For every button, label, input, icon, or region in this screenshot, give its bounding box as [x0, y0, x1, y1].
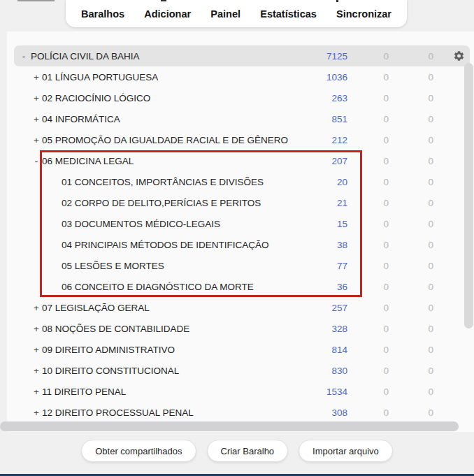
collapse-toggle[interactable]: -: [32, 156, 41, 166]
nav-item-estatisticas[interactable]: Estatísticas: [260, 8, 317, 20]
deck-name-link[interactable]: 11 DIREITO PENAL: [42, 387, 319, 397]
deck-name-link[interactable]: 09 DIREITO ADMINISTRATIVO: [42, 345, 319, 355]
collapse-toggle[interactable]: -: [20, 51, 28, 62]
count-column-1: 0: [358, 93, 389, 103]
nav-item-adicionar[interactable]: Adicionar: [144, 8, 191, 20]
vertical-scrollbar[interactable]: [464, 63, 473, 329]
count-column-1: 0: [358, 408, 389, 418]
due-count: 257: [307, 303, 347, 313]
due-count: 36: [307, 282, 347, 292]
collapse-toggle[interactable]: +: [32, 324, 41, 334]
due-count: 308: [307, 408, 347, 418]
due-count: 77: [307, 261, 347, 271]
collapse-toggle[interactable]: +: [32, 366, 41, 376]
count-column-2: 0: [403, 282, 433, 292]
count-column-2: 0: [403, 51, 433, 62]
create-deck-button[interactable]: Criar Baralho: [207, 440, 289, 462]
deck-name-link[interactable]: POLÍCIA CIVIL DA BAHIA: [31, 51, 319, 62]
deck-name-link[interactable]: 03 DOCUMENTOS MÉDICO-LEGAIS: [62, 219, 319, 229]
nav-item-baralhos[interactable]: Baralhos: [81, 8, 124, 20]
deck-row: 04 PRINCIPAIS MÉTODOS DE IDENTIFICAÇÃO38…: [14, 234, 470, 255]
count-column-2: 0: [403, 219, 433, 229]
count-column-2: 0: [403, 240, 433, 250]
due-count: 263: [307, 93, 347, 103]
deck-row: +12 DIREITO PROCESSUAL PENAL30800: [14, 402, 470, 423]
deck-name-link[interactable]: 08 NOÇÕES DE CONTABILIDADE: [42, 324, 319, 334]
collapse-toggle[interactable]: +: [32, 408, 41, 418]
deck-name-link[interactable]: 04 INFORMÁTICA: [42, 114, 319, 124]
due-count: 1534: [307, 387, 347, 397]
due-count: 21: [307, 198, 347, 208]
count-column-1: 0: [358, 324, 389, 334]
deck-row: -POLÍCIA CIVIL DA BAHIA712500: [14, 45, 470, 66]
count-column-1: 0: [358, 72, 389, 82]
deck-row: 02 CORPO DE DELITO,PERÍCIAS E PERITOS210…: [14, 192, 470, 213]
due-count: 7125: [307, 51, 347, 62]
count-column-2: 0: [403, 156, 433, 166]
horizontal-scrollbar[interactable]: [0, 421, 459, 431]
nav-item-sincronizar[interactable]: Sincronizar: [336, 8, 392, 20]
count-column-1: 0: [358, 345, 389, 355]
collapse-toggle[interactable]: +: [32, 135, 41, 145]
footer-buttons: Obter compartilhados Criar Baralho Impor…: [0, 440, 474, 462]
count-column-1: 0: [358, 114, 389, 124]
count-column-1: 0: [358, 51, 389, 62]
count-column-1: 0: [358, 177, 389, 187]
deck-name-link[interactable]: 07 LEGISLAÇÃO GERAL: [42, 303, 319, 313]
collapse-toggle[interactable]: +: [32, 387, 41, 397]
count-column-2: 0: [403, 72, 433, 82]
deck-row: 01 CONCEITOS, IMPORTÂNCIAS E DIVISÕES200…: [14, 171, 470, 192]
count-column-2: 0: [403, 408, 433, 418]
nav-item-painel[interactable]: Painel: [210, 8, 240, 20]
deck-name-link[interactable]: 02 CORPO DE DELITO,PERÍCIAS E PERITOS: [62, 198, 319, 208]
count-column-2: 0: [403, 324, 433, 334]
count-column-1: 0: [358, 303, 389, 313]
deck-row: -06 MEDICINA LEGAL20700: [14, 150, 470, 171]
count-column-1: 0: [358, 198, 389, 208]
deck-row: +09 DIREITO ADMINISTRATIVO81400: [14, 339, 470, 360]
deck-name-link[interactable]: 12 DIREITO PROCESSUAL PENAL: [42, 408, 319, 418]
deck-name-link[interactable]: 02 RACIOCÍNIO LÓGICO: [42, 93, 319, 103]
due-count: 1036: [307, 72, 347, 82]
deck-row: 05 LESÕES E MORTES7700: [14, 255, 470, 276]
count-column-2: 0: [403, 93, 433, 103]
count-column-1: 0: [358, 261, 389, 271]
top-navbar: Baralhos Adicionar Painel Estatísticas S…: [66, 0, 407, 27]
deck-name-link[interactable]: 01 LÍNGUA PORTUGUESA: [42, 72, 319, 82]
count-column-2: 0: [403, 198, 433, 208]
deck-row: +01 LÍNGUA PORTUGUESA103600: [14, 66, 470, 87]
deck-name-link[interactable]: 06 CONCEITO E DIAGNÓSTICO DA MORTE: [62, 282, 319, 292]
deck-name-link[interactable]: 05 PROMOÇÃO DA IGUALDADE RACIAL E DE GÊN…: [42, 135, 319, 145]
count-column-1: 0: [358, 240, 389, 250]
deck-row: +02 RACIOCÍNIO LÓGICO26300: [14, 87, 470, 108]
count-column-2: 0: [403, 387, 433, 397]
deck-name-link[interactable]: 01 CONCEITOS, IMPORTÂNCIAS E DIVISÕES: [62, 177, 319, 187]
due-count: 851: [307, 114, 347, 124]
collapse-toggle[interactable]: +: [32, 93, 41, 103]
due-count: 328: [307, 324, 347, 334]
deck-row: +10 DIREITO CONSTITUCIONAL83000: [14, 360, 470, 381]
collapse-toggle[interactable]: +: [32, 72, 41, 82]
count-column-1: 0: [358, 387, 389, 397]
deck-name-link[interactable]: 10 DIREITO CONSTITUCIONAL: [42, 366, 319, 376]
clipped-text-artifact: [161, 0, 166, 1]
collapse-toggle[interactable]: +: [32, 345, 41, 355]
deck-row: +04 INFORMÁTICA85100: [14, 108, 470, 129]
deck-row: +07 LEGISLAÇÃO GERAL25700: [14, 297, 470, 318]
count-column-1: 0: [358, 366, 389, 376]
import-file-button[interactable]: Importar arquivo: [299, 440, 393, 462]
collapse-toggle[interactable]: +: [32, 303, 41, 313]
count-column-2: 0: [403, 177, 433, 187]
deck-name-link[interactable]: 05 LESÕES E MORTES: [62, 261, 319, 271]
deck-name-link[interactable]: 06 MEDICINA LEGAL: [42, 156, 319, 166]
count-column-2: 0: [403, 345, 433, 355]
due-count: 15: [307, 219, 347, 229]
gear-icon[interactable]: [453, 50, 465, 62]
collapse-toggle[interactable]: +: [32, 114, 41, 124]
deck-name-link[interactable]: 04 PRINCIPAIS MÉTODOS DE IDENTIFICAÇÃO: [62, 240, 319, 250]
count-column-2: 0: [403, 366, 433, 376]
due-count: 212: [307, 135, 347, 145]
deck-row: 06 CONCEITO E DIAGNÓSTICO DA MORTE3600: [14, 276, 470, 297]
deck-row: 03 DOCUMENTOS MÉDICO-LEGAIS1500: [14, 213, 470, 234]
get-shared-decks-button[interactable]: Obter compartilhados: [81, 440, 196, 462]
